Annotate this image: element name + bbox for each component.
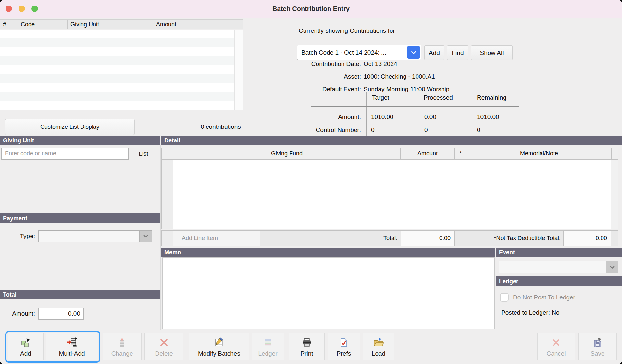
titlebar: Batch Contribution Entry bbox=[0, 0, 622, 18]
list-scrollbar-track[interactable] bbox=[234, 30, 243, 110]
detail-col-end bbox=[612, 148, 618, 159]
total-amount-input[interactable] bbox=[38, 308, 84, 320]
payment-section-header: Payment bbox=[0, 213, 160, 223]
column-header-giving-unit[interactable]: Giving Unit bbox=[68, 20, 130, 29]
summary-col-target: Target bbox=[372, 94, 389, 101]
detail-grid-header: Giving Fund Amount * Memorial/Note bbox=[161, 148, 618, 160]
summary-divider bbox=[472, 92, 472, 139]
column-header-code[interactable]: Code bbox=[18, 20, 68, 29]
toolbar-separator bbox=[186, 334, 186, 359]
summary-control-processed: 0 bbox=[424, 127, 428, 134]
chevron-down-icon[interactable] bbox=[606, 261, 618, 273]
multi-add-icon bbox=[67, 337, 78, 348]
contribution-list-body[interactable] bbox=[0, 30, 234, 110]
list-row bbox=[0, 83, 234, 92]
column-header-number[interactable]: # bbox=[0, 20, 18, 29]
giving-unit-list-button[interactable]: List bbox=[131, 148, 156, 160]
column-header-amount[interactable]: Amount bbox=[130, 20, 179, 29]
default-event-value: Sunday Morning 11:00 Worship bbox=[364, 85, 449, 94]
default-event-label: Default Event: bbox=[279, 85, 361, 94]
delete-icon bbox=[159, 337, 169, 348]
change-icon bbox=[117, 337, 127, 348]
detail-total-label: Total: bbox=[260, 231, 401, 246]
delete-button[interactable]: Delete bbox=[144, 333, 183, 360]
not-tax-deductible-label: *Not Tax Deductible Total: bbox=[467, 231, 563, 246]
batch-contribution-entry-window: Batch Contribution Entry # Code Giving U… bbox=[0, 0, 622, 364]
batch-add-button[interactable]: Add bbox=[424, 45, 444, 60]
payment-type-value bbox=[42, 231, 138, 242]
event-select[interactable] bbox=[499, 261, 618, 273]
payment-type-select[interactable] bbox=[38, 230, 152, 242]
summary-col-remaining: Remaining bbox=[477, 94, 506, 101]
total-section-header: Total bbox=[0, 290, 160, 299]
print-button[interactable]: Print bbox=[289, 333, 325, 360]
summary-control-target: 0 bbox=[371, 127, 375, 134]
list-row bbox=[0, 56, 234, 65]
do-not-post-checkbox[interactable] bbox=[500, 293, 509, 302]
memo-textarea[interactable] bbox=[162, 257, 495, 329]
giving-unit-search-input[interactable] bbox=[1, 148, 129, 160]
customize-list-display-button[interactable]: Customize List Display bbox=[5, 119, 135, 135]
print-icon bbox=[302, 337, 312, 348]
detail-col-star: * bbox=[455, 148, 467, 159]
list-row bbox=[0, 65, 234, 74]
window-title: Batch Contribution Entry bbox=[0, 0, 622, 18]
batch-panel-heading: Currently showing Contributions for bbox=[299, 27, 395, 34]
contribution-date-value: Oct 13 2024 bbox=[364, 59, 397, 68]
list-row bbox=[0, 38, 234, 47]
detail-total-value: 0.00 bbox=[401, 231, 455, 246]
toolbar-separator bbox=[286, 334, 286, 359]
prefs-button[interactable]: Prefs bbox=[328, 333, 360, 360]
cancel-button[interactable]: Cancel bbox=[537, 333, 575, 360]
change-button[interactable]: Change bbox=[103, 333, 142, 360]
list-row bbox=[0, 47, 234, 56]
cancel-icon bbox=[551, 337, 561, 348]
summary-divider bbox=[419, 92, 419, 139]
contribution-date-label: Contribution Date: bbox=[279, 59, 361, 68]
detail-gutter-header bbox=[162, 148, 173, 159]
load-button[interactable]: Load bbox=[363, 333, 394, 360]
chevron-down-icon[interactable] bbox=[139, 231, 152, 242]
summary-amount-remaining: 1010.00 bbox=[477, 114, 499, 121]
not-tax-deductible-value: 0.00 bbox=[563, 231, 611, 246]
save-icon bbox=[593, 337, 603, 348]
chevron-down-icon[interactable] bbox=[407, 46, 420, 59]
ledger-icon bbox=[263, 337, 273, 348]
summary-amount-processed: 0.00 bbox=[424, 114, 436, 121]
detail-grid-divider bbox=[401, 160, 401, 229]
summary-amount-target: 1010.00 bbox=[371, 114, 393, 121]
batch-find-button[interactable]: Find bbox=[447, 45, 468, 60]
detail-grid-body[interactable] bbox=[161, 160, 618, 229]
contribution-list-header: # Code Giving Unit Amount bbox=[0, 19, 243, 29]
panel-divider bbox=[160, 145, 161, 330]
toolbar-ledger-button[interactable]: Ledger bbox=[252, 333, 284, 360]
multi-add-button[interactable]: Multi-Add bbox=[46, 333, 98, 360]
detail-grid-divider bbox=[467, 160, 467, 229]
total-amount-label: Amount: bbox=[0, 308, 35, 320]
list-row bbox=[0, 74, 234, 83]
detail-col-memorial-note: Memorial/Note bbox=[467, 148, 612, 159]
do-not-post-label: Do Not Post To Ledger bbox=[513, 293, 575, 302]
batch-show-all-button[interactable]: Show All bbox=[471, 45, 513, 60]
list-row bbox=[0, 101, 234, 110]
summary-control-remaining: 0 bbox=[477, 127, 480, 134]
detail-grid-divider bbox=[455, 160, 455, 229]
detail-col-giving-fund: Giving Fund bbox=[173, 148, 401, 159]
list-row bbox=[0, 30, 234, 38]
giving-unit-section-header: Giving Unit bbox=[0, 136, 160, 145]
batch-select[interactable]: Batch Code 1 - Oct 14 2024: ... bbox=[297, 45, 421, 60]
add-button[interactable]: Add bbox=[8, 333, 44, 360]
detail-grid-endcol bbox=[611, 160, 618, 229]
memo-section-header: Memo bbox=[161, 248, 495, 257]
save-button[interactable]: Save bbox=[578, 333, 617, 360]
ledger-section-header: Ledger bbox=[496, 276, 622, 286]
add-line-item-button[interactable]: Add Line Item bbox=[173, 231, 260, 246]
contribution-count: 0 contributions bbox=[182, 119, 260, 135]
event-value bbox=[503, 261, 604, 273]
detail-footer-gutter bbox=[162, 231, 173, 246]
modify-batches-button[interactable]: Modify Batches bbox=[189, 333, 249, 360]
summary-control-label: Control Number: bbox=[286, 127, 361, 134]
posted-to-ledger-status: Posted to Ledger: No bbox=[501, 309, 560, 316]
detail-section-header: Detail bbox=[161, 136, 622, 145]
summary-header-underline bbox=[311, 106, 519, 107]
